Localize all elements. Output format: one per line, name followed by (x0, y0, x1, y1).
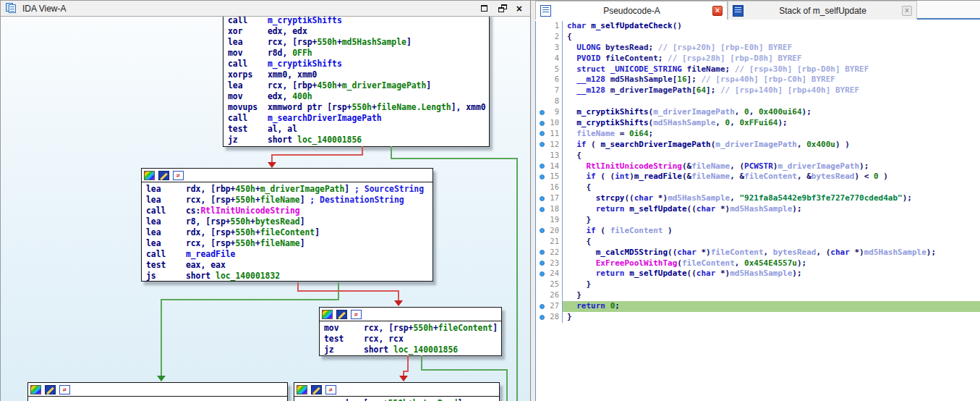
pseudocode-text: if ( fileContent ) (562, 226, 980, 237)
asm-line[interactable]: call cs:RtlInitUnicodeString (146, 206, 428, 216)
asm-line[interactable]: mov edx, [rsp+550h+bytesRead] (299, 398, 495, 401)
pseudocode-text: fileName = 0i64; (562, 129, 980, 140)
tab-close-icon[interactable]: × (712, 6, 723, 16)
asm-line[interactable]: lea r8, [rsp+550h+bytesRead] (146, 216, 428, 227)
tab-label: Stack of m_selfUpdate (743, 6, 902, 16)
pseudocode-line[interactable]: 4 PVOID fileContent; // [rsp+28h] [rbp-D… (536, 54, 980, 64)
pseudocode-text: char m_selfUpdateCheck() (562, 21, 980, 32)
asm-line[interactable]: lea rdx, [rbp+450h+m_driverImagePath] ; … (146, 184, 428, 195)
pseudocode-line[interactable]: 9 m_cryptikShifts(m_driverImagePath, 0, … (536, 107, 980, 118)
pseudocode-text: __m128 m_driverImagePath[64]; // [rsp+14… (562, 85, 980, 96)
node-test-filecontent[interactable]: ⇄mov rcx, [rsp+550h+fileContent]test rcx… (319, 307, 502, 356)
asm-line[interactable]: mov r8d, 0FFh (228, 48, 485, 59)
node-group-icon[interactable]: ⇄ (325, 385, 336, 394)
asm-line[interactable]: test eax, eax (146, 260, 428, 271)
line-gutter: 8 (536, 96, 562, 107)
asm-line[interactable]: xorps xmm0, xmm0 (228, 69, 485, 80)
node-edit-icon[interactable] (336, 310, 347, 319)
line-number: 15 (550, 172, 559, 180)
pseudocode-view[interactable]: 1char m_selfUpdateCheck()2{3 ULONG bytes… (535, 21, 980, 401)
asm-line[interactable]: call m_readFile (146, 249, 428, 260)
tab-pseudocode-a[interactable]: Pseudocode-A × (535, 1, 728, 20)
pseudocode-text: } (562, 215, 980, 226)
panel-splitter[interactable] (530, 1, 535, 401)
node-color-icon[interactable] (322, 310, 333, 319)
pseudocode-line[interactable]: 22 m_calcMD5String((char *)fileContent, … (536, 248, 980, 258)
pseudocode-line[interactable]: 12 if ( m_searchDriverImagePath(m_driver… (536, 140, 980, 151)
node-edit-icon[interactable] (158, 171, 169, 180)
pseudocode-line[interactable]: 7 __m128 m_driverImagePath[64]; // [rsp+… (536, 85, 980, 96)
node-edit-icon[interactable] (311, 385, 322, 394)
asm-line[interactable]: call m_cryptikShifts (228, 15, 485, 26)
asm-line[interactable]: lea rcx, [rsp+550h+fileName] ; Destinati… (146, 195, 428, 206)
asm-line[interactable]: test rcx, rcx (324, 334, 497, 345)
asm-line[interactable]: lea rdx, [rsp+550h+fileContent] (146, 227, 428, 238)
pseudocode-line[interactable]: 28} (536, 312, 980, 323)
node-group-icon[interactable]: ⇄ (351, 310, 362, 319)
pseudocode-line[interactable]: 18 return m_selfUpdate((char *)md5HashSa… (536, 204, 980, 215)
line-gutter: 23 (536, 258, 562, 269)
pseudocode-line[interactable]: 20 if ( fileContent ) (536, 226, 980, 237)
asm-line[interactable]: jz short loc_140001856 (228, 135, 485, 145)
node-color-icon[interactable] (144, 171, 155, 180)
pseudocode-line[interactable]: 19 } (536, 215, 980, 226)
pseudocode-line[interactable]: 17 strcpy((char *)md5HashSample, "921fa8… (536, 193, 980, 204)
address-dot-icon (540, 131, 545, 136)
line-gutter: 14 (536, 161, 562, 172)
pseudocode-text: if ( m_searchDriverImagePath(m_driverIma… (562, 140, 980, 151)
tab-label: Pseudocode-A (551, 6, 712, 16)
node-edit-icon[interactable] (45, 385, 56, 394)
pseudocode-line[interactable]: 21 { (536, 237, 980, 248)
asm-line[interactable]: mov edx, 400h (228, 91, 485, 102)
pseudocode-line[interactable]: 23 ExFreePoolWithTag(fileContent, 0x454E… (536, 258, 980, 269)
asm-line[interactable]: xor edx, edx (228, 26, 485, 37)
tab-stack-of-m-selfupdate[interactable]: Stack of m_selfUpdate × (728, 1, 917, 20)
close-button[interactable]: × (516, 4, 522, 13)
pseudocode-line[interactable]: 15 if ( (int)m_readFile(&fileName, &file… (536, 172, 980, 182)
line-gutter: 3 (536, 43, 562, 54)
maximize-button[interactable] (480, 4, 489, 13)
pseudocode-text: __m128 md5HashSample[16]; // [rsp+40h] [… (562, 75, 980, 85)
node-color-icon[interactable] (30, 385, 41, 394)
pseudocode-line[interactable]: 13 { (536, 151, 980, 161)
pseudocode-line[interactable]: 26 } (536, 290, 980, 301)
asm-line[interactable]: mov rcx, [rsp+550h+fileContent] (324, 323, 497, 334)
pseudocode-line[interactable]: 6 __m128 md5HashSample[16]; // [rsp+40h]… (536, 75, 980, 85)
asm-line[interactable]: js short loc_140001832 (146, 271, 428, 282)
line-gutter: 24 (536, 269, 562, 279)
pseudocode-line[interactable]: 3 ULONG bytesRead; // [rsp+20h] [rbp-E0h… (536, 43, 980, 54)
node-bottom-left[interactable]: ⇄ (27, 382, 288, 401)
pseudocode-line[interactable]: 8 (536, 96, 980, 107)
node-group-icon[interactable]: ⇄ (173, 171, 184, 180)
pseudocode-line[interactable]: 25 } (536, 279, 980, 290)
asm-line[interactable]: call m_cryptikShifts (228, 59, 485, 69)
graph-canvas[interactable]: call m_cryptikShiftsxor edx, edxlea rcx,… (1, 1, 530, 401)
node-group-icon[interactable]: ⇄ (59, 385, 70, 394)
asm-line[interactable]: lea rcx, [rbp+450h+m_driverImagePath] (228, 80, 485, 91)
pseudocode-text: { (562, 182, 980, 193)
asm-line[interactable]: jz short loc_140001856 (324, 345, 497, 355)
asm-line[interactable]: call m_searchDriverImagePath (228, 113, 485, 124)
pseudocode-line[interactable]: 1char m_selfUpdateCheck() (536, 21, 980, 32)
asm-line[interactable]: lea rcx, [rsp+550h+md5HashSample] (228, 37, 485, 48)
node-entry[interactable]: call m_cryptikShiftsxor edx, edxlea rcx,… (223, 13, 490, 147)
asm-line[interactable]: movups xmmword ptr [rsp+550h+fileName.Le… (228, 102, 485, 113)
pseudocode-line[interactable]: 10 m_cryptikShifts(md5HashSample, 0, 0xF… (536, 118, 980, 129)
asm-line[interactable]: lea rcx, [rsp+550h+fileName] (146, 238, 428, 249)
pseudocode-line[interactable]: 24 return m_selfUpdate((char *)md5HashSa… (536, 269, 980, 279)
pseudocode-text: { (562, 237, 980, 248)
ida-view-titlebar[interactable]: IDA View-A × (1, 1, 530, 17)
pseudocode-line[interactable]: 11 fileName = 0i64; (536, 129, 980, 140)
tab-close-icon[interactable]: × (902, 6, 912, 16)
node-init-unicode-readfile[interactable]: ⇄lea rdx, [rbp+450h+m_driverImagePath] ;… (141, 168, 433, 282)
node-color-icon[interactable] (297, 385, 307, 394)
pseudocode-line[interactable]: 16 { (536, 182, 980, 193)
pseudocode-line[interactable]: 27 return 0; (536, 301, 980, 312)
pseudocode-line[interactable]: 14 RtlInitUnicodeString(&fileName, (PCWS… (536, 161, 980, 172)
restore-button[interactable] (498, 4, 507, 13)
asm-line[interactable]: test al, al (228, 124, 485, 135)
pseudocode-line[interactable]: 5 struct _UNICODE_STRING fileName; // [r… (536, 64, 980, 75)
pseudocode-line[interactable]: 2{ (536, 32, 980, 43)
stack-tab-icon (733, 5, 743, 17)
node-calc-md5[interactable]: ⇄mov edx, [rsp+550h+bytesRead] (294, 382, 500, 401)
